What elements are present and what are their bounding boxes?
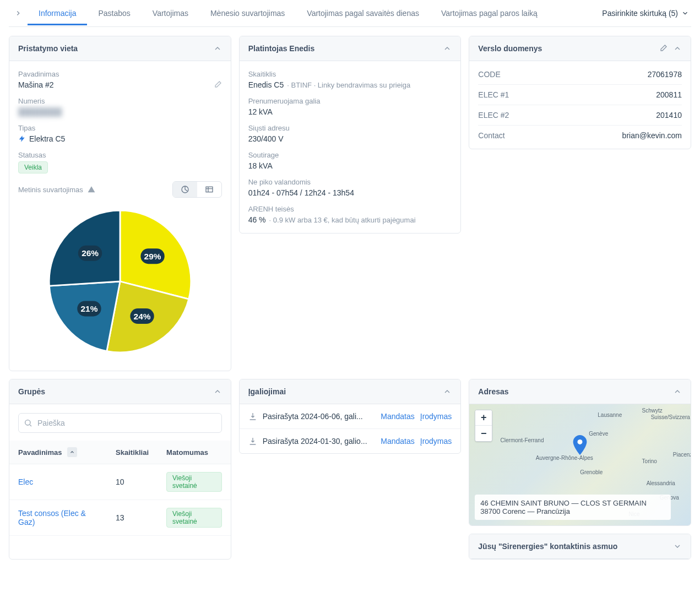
send-label: Siųsti adresu <box>248 124 452 132</box>
status-label: Statusas <box>18 151 222 159</box>
groups-title: Grupės <box>18 387 45 396</box>
auth-row: Pasirašyta 2024-01-30, galio... Mandatas… <box>240 429 461 453</box>
business-card: Verslo duomenys CODE27061978 ELEC #12008… <box>469 36 691 149</box>
col-meters[interactable]: Skaitikliai <box>107 441 158 464</box>
proof-link[interactable]: Įrodymas <box>420 412 452 421</box>
annual-pie-chart: 29%24%21%26% <box>18 198 222 362</box>
group-link[interactable]: Elec <box>18 477 33 486</box>
visibility-badge: Viešoji svetainė <box>166 508 222 528</box>
mandate-link[interactable]: Mandatas <box>381 412 414 421</box>
svg-text:24%: 24% <box>133 312 150 321</box>
contact-person-title: Jūsų "Sirenergies" kontaktinis asmuo <box>478 542 617 551</box>
offpeak-label: Ne piko valandomis <box>248 178 452 186</box>
download-icon[interactable] <box>248 437 257 446</box>
distributor-card: Platintojas Enedis Skaitiklis Enedis C5 … <box>239 36 462 234</box>
distributor-title: Platintojas Enedis <box>248 44 315 53</box>
map-zoom-controls: + − <box>475 410 492 442</box>
svg-point-12 <box>25 420 30 425</box>
warning-icon <box>88 186 95 193</box>
arenh-value: 46 % <box>248 215 266 224</box>
groups-table: Pavadinimas Skaitikliai Matomumas Elec 1… <box>9 441 231 536</box>
download-icon[interactable] <box>248 412 257 421</box>
collapse-icon[interactable] <box>443 44 452 53</box>
name-label: Pavadinimas <box>18 70 222 78</box>
soutirage-label: Soutirage <box>248 151 452 159</box>
business-row: ELEC #2201410 <box>478 105 682 126</box>
tabs-chevron-right[interactable] <box>9 9 28 17</box>
map-zoom-out[interactable]: − <box>475 426 492 441</box>
map-pin-icon <box>572 435 588 455</box>
tabs-row: Informacija Pastabos Vartojimas Mėnesio … <box>9 0 691 27</box>
group-meters: 13 <box>107 500 158 536</box>
tab-menesio[interactable]: Mėnesio suvartojimas <box>199 1 296 25</box>
collapse-icon[interactable] <box>213 44 222 53</box>
address-card: Adresas Lausanne Schwytz Suisse/Svizzera… <box>469 379 691 526</box>
groups-search-input[interactable] <box>18 413 222 433</box>
business-row: Contactbrian@kevin.com <box>478 126 682 145</box>
business-row: CODE27061978 <box>478 64 682 85</box>
auth-text: Pasirašyta 2024-06-06, gali... <box>263 412 376 421</box>
tab-informacija[interactable]: Informacija <box>28 1 87 25</box>
map-zoom-in[interactable]: + <box>475 410 492 426</box>
delivery-card: Pristatymo vieta Pavadinimas Mašina #2 <box>9 36 231 371</box>
collapse-icon[interactable] <box>443 387 452 396</box>
mandate-link[interactable]: Mandatas <box>381 437 414 446</box>
toggle-table-view[interactable] <box>197 182 221 197</box>
auth-text: Pasirašyta 2024-01-30, galio... <box>263 437 376 446</box>
auth-row: Pasirašyta 2024-06-06, gali... Mandatas … <box>240 404 461 429</box>
tab-vartojimas[interactable]: Vartojimas <box>142 1 199 25</box>
svg-point-14 <box>578 439 583 444</box>
address-line2: 38700 Corenc — Prancūzija <box>480 507 665 515</box>
group-meters: 10 <box>107 464 158 500</box>
chevron-down-icon <box>673 542 682 551</box>
delivery-card-title: Pristatymo vieta <box>18 44 78 53</box>
authorizations-card: Įgaliojimai Pasirašyta 2024-06-06, gali.… <box>239 379 462 454</box>
chevron-down-icon <box>681 9 689 17</box>
toggle-chart-view[interactable] <box>173 182 197 197</box>
search-icon <box>24 419 32 427</box>
status-badge: Veikla <box>18 161 48 173</box>
type-value: Elektra C5 <box>29 134 65 143</box>
arenh-label: ARENH teisės <box>248 205 452 213</box>
business-row: ELEC #1200811 <box>478 85 682 105</box>
address-line1: 46 CHEMIN SAINT BRUNO — CLOS ST GERMAIN <box>480 499 665 507</box>
table-row: Elec 10 Viešoji svetainė <box>9 464 231 500</box>
edit-business-icon[interactable] <box>659 44 668 53</box>
annual-label: Metinis suvartojimas <box>18 186 83 194</box>
table-row: Test consos (Elec & Gaz) 13 Viešoji svet… <box>9 500 231 536</box>
svg-text:29%: 29% <box>144 252 161 261</box>
business-title: Verslo duomenys <box>478 44 542 53</box>
col-name[interactable]: Pavadinimas <box>9 441 107 464</box>
collapse-icon[interactable] <box>673 44 682 53</box>
group-link[interactable]: Test consos (Elec & Gaz) <box>18 509 86 526</box>
chart-view-toggle <box>172 181 222 198</box>
send-value: 230/400 V <box>248 134 452 143</box>
bolt-icon <box>18 135 26 143</box>
power-label: Prenumeruojama galia <box>248 97 452 105</box>
meter-label: Skaitiklis <box>248 70 452 78</box>
tab-pastabos[interactable]: Pastabos <box>87 1 141 25</box>
number-label: Numeris <box>18 97 222 105</box>
collapse-icon[interactable] <box>673 387 682 396</box>
tab-selector-label: Pasirinkite skirtuką (5) <box>602 9 678 18</box>
name-value: Mašina #2 <box>18 80 54 89</box>
svg-line-13 <box>30 425 31 426</box>
meter-sub: BTINF · Linky bendravimas su prieiga <box>291 81 410 89</box>
tab-savaites-dienas[interactable]: Vartojimas pagal savaitės dienas <box>296 1 430 25</box>
power-value: 12 kVA <box>248 107 452 116</box>
map-address-overlay: 46 CHEMIN SAINT BRUNO — CLOS ST GERMAIN … <box>475 495 671 520</box>
tab-selector-dropdown[interactable]: Pasirinkite skirtuką (5) <box>602 9 691 18</box>
number-value: ████████ <box>18 107 222 116</box>
proof-link[interactable]: Įrodymas <box>420 437 452 446</box>
map[interactable]: Lausanne Schwytz Suisse/Svizzera Clermon… <box>469 404 691 525</box>
collapse-icon[interactable] <box>213 387 222 396</box>
svg-text:26%: 26% <box>82 248 99 258</box>
col-visibility[interactable]: Matomumas <box>158 441 231 464</box>
edit-name-icon[interactable] <box>213 80 222 89</box>
groups-card: Grupės P <box>9 379 231 560</box>
contact-person-toggle[interactable]: Jūsų "Sirenergies" kontaktinis asmuo <box>469 534 691 559</box>
visibility-badge: Viešoji svetainė <box>166 472 222 492</box>
svg-rect-1 <box>206 187 213 192</box>
contact-person-card: Jūsų "Sirenergies" kontaktinis asmuo <box>469 534 691 560</box>
tab-paros-laika[interactable]: Vartojimas pagal paros laiką <box>430 1 549 25</box>
